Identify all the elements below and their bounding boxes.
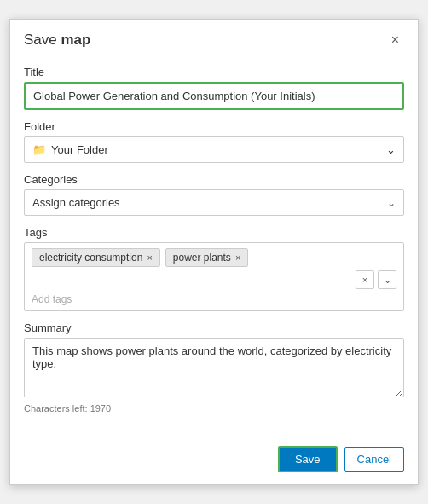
close-button[interactable]: ×	[386, 32, 404, 49]
title-prefix: Save	[24, 32, 61, 48]
dialog-title: Save map	[24, 32, 90, 49]
tag-electricity-remove[interactable]: ×	[147, 253, 152, 263]
tags-field-group: Tags electricity consumption × power pla…	[24, 226, 404, 311]
tag-electricity: electricity consumption ×	[32, 248, 160, 267]
folder-value: Your Folder	[51, 143, 386, 156]
folder-chevron-icon: ⌄	[386, 143, 396, 156]
save-map-dialog: Save map × Title Folder 📁 Your Folder ⌄ …	[9, 19, 419, 485]
title-field-group: Title	[24, 66, 404, 110]
tags-clear-button[interactable]: ×	[356, 270, 374, 289]
dialog-footer: Save Cancel	[10, 437, 418, 484]
title-label: Title	[24, 66, 404, 78]
tags-expand-icon: ⌄	[384, 275, 391, 286]
categories-label: Categories	[24, 173, 404, 186]
tags-clear-icon: ×	[362, 275, 367, 285]
tag-power-plants-remove[interactable]: ×	[235, 253, 240, 263]
summary-label: Summary	[24, 322, 404, 334]
add-tags-placeholder: Add tags	[32, 293, 396, 305]
dialog-body: Title Folder 📁 Your Folder ⌄ Categories …	[10, 57, 418, 437]
tag-electricity-label: electricity consumption	[39, 252, 142, 264]
tags-container: electricity consumption × power plants ×…	[24, 242, 404, 311]
folder-label: Folder	[24, 120, 404, 133]
folder-field-group: Folder 📁 Your Folder ⌄	[24, 120, 404, 163]
tags-actions: × ⌄	[32, 270, 396, 289]
summary-field-group: Summary This map shows power plants arou…	[24, 322, 404, 414]
tag-power-plants: power plants ×	[165, 248, 248, 267]
categories-select[interactable]: Assign categories	[24, 189, 404, 216]
dialog-header: Save map ×	[10, 20, 418, 57]
chars-left: Characters left: 1970	[24, 403, 404, 414]
tags-row: electricity consumption × power plants ×	[32, 248, 396, 267]
save-button[interactable]: Save	[278, 446, 338, 472]
folder-icon: 📁	[32, 143, 46, 156]
title-bold: map	[61, 32, 90, 48]
summary-input[interactable]: This map shows power plants around the w…	[24, 338, 404, 397]
title-input[interactable]	[24, 82, 404, 110]
tags-label: Tags	[24, 226, 404, 239]
folder-select[interactable]: 📁 Your Folder ⌄	[24, 136, 404, 163]
cancel-button[interactable]: Cancel	[344, 447, 404, 472]
categories-select-wrapper: Assign categories ⌄	[24, 189, 404, 216]
tag-power-plants-label: power plants	[173, 252, 231, 264]
tags-expand-button[interactable]: ⌄	[378, 270, 396, 289]
categories-field-group: Categories Assign categories ⌄	[24, 173, 404, 216]
